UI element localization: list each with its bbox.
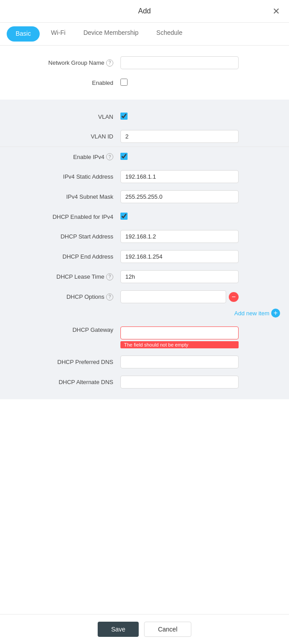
help-icon-dhcp-lease-time[interactable]: ? [106, 273, 113, 280]
label-dhcp-enabled-ipv4: DHCP Enabled for IPv4 [9, 213, 120, 220]
row-dhcp-preferred-dns: DHCP Preferred DNS [0, 352, 289, 372]
add-new-item-button[interactable]: Add new item + [234, 309, 280, 318]
tab-device-membership[interactable]: Device Membership [74, 23, 148, 46]
label-vlan: VLAN [9, 113, 120, 120]
row-ipv4-subnet-mask: IPv4 Subnet Mask [0, 187, 289, 207]
row-dhcp-lease-time: DHCP Lease Time ? [0, 267, 289, 287]
help-icon-dhcp-options[interactable]: ? [106, 293, 113, 301]
enabled-checkbox[interactable] [120, 79, 128, 86]
tabs-bar: Basic Wi-Fi Device Membership Schedule [0, 23, 289, 46]
dhcp-options-input[interactable] [120, 290, 226, 303]
control-ipv4-subnet-mask [120, 190, 239, 203]
help-icon-network-group-name[interactable]: ? [106, 59, 113, 67]
label-dhcp-start-address: DHCP Start Address [9, 233, 120, 240]
cancel-button[interactable]: Cancel [144, 622, 191, 637]
control-enable-ipv4 [120, 153, 239, 161]
row-dhcp-options: DHCP Options ? − [0, 287, 289, 307]
modal-header: Add ✕ [0, 0, 289, 23]
ipv4-subnet-mask-input[interactable] [120, 190, 239, 203]
tab-schedule[interactable]: Schedule [148, 23, 191, 46]
control-vlan-id [120, 130, 239, 143]
modal: Add ✕ Basic Wi-Fi Device Membership Sche… [0, 0, 289, 644]
row-ipv4-static-address: IPv4 Static Address [0, 167, 289, 187]
minus-icon: − [231, 293, 235, 301]
control-ipv4-static-address [120, 170, 239, 183]
dhcp-end-address-input[interactable] [120, 250, 239, 263]
label-network-group-name: Network Group Name ? [9, 59, 120, 67]
row-dhcp-start-address: DHCP Start Address [0, 226, 289, 247]
row-vlan: VLAN [0, 107, 289, 126]
dhcp-enabled-ipv4-checkbox[interactable] [120, 213, 128, 220]
vlan-id-input[interactable] [120, 130, 239, 143]
label-dhcp-gateway: DHCP Gateway [9, 326, 120, 333]
label-ipv4-static-address: IPv4 Static Address [9, 173, 120, 180]
row-enabled: Enabled [0, 73, 289, 92]
dhcp-start-address-input[interactable] [120, 230, 239, 243]
row-enable-ipv4: Enable IPv4 ? [0, 147, 289, 167]
vlan-checkbox[interactable] [120, 113, 128, 120]
modal-footer: Save Cancel [0, 614, 289, 644]
add-new-row: Add new item + [0, 307, 289, 321]
section-basic-white: Network Group Name ? Enabled [0, 46, 289, 100]
network-group-name-input[interactable] [120, 56, 239, 69]
add-icon: + [271, 309, 280, 318]
control-dhcp-options: − [120, 290, 239, 303]
label-dhcp-preferred-dns: DHCP Preferred DNS [9, 359, 120, 365]
control-dhcp-lease-time [120, 270, 239, 283]
enable-ipv4-checkbox[interactable] [120, 153, 128, 160]
control-dhcp-start-address [120, 230, 239, 243]
label-dhcp-options: DHCP Options ? [9, 293, 120, 301]
label-dhcp-end-address: DHCP End Address [9, 253, 120, 260]
dhcp-options-row: − [120, 290, 239, 303]
close-button[interactable]: ✕ [272, 7, 280, 16]
row-dhcp-alternate-dns: DHCP Alternate DNS [0, 372, 289, 392]
row-dhcp-enabled-ipv4: DHCP Enabled for IPv4 [0, 207, 289, 226]
control-network-group-name [120, 56, 239, 69]
remove-dhcp-option-button[interactable]: − [229, 292, 239, 302]
dhcp-lease-time-input[interactable] [120, 270, 239, 283]
control-dhcp-gateway: The field should not be empty [120, 326, 239, 348]
control-dhcp-enabled-ipv4 [120, 213, 239, 221]
add-new-item-label: Add new item [234, 310, 269, 317]
row-vlan-id: VLAN ID [0, 126, 289, 146]
label-enable-ipv4: Enable IPv4 ? [9, 153, 120, 160]
save-button[interactable]: Save [98, 622, 139, 637]
dhcp-gateway-input[interactable] [120, 326, 239, 339]
ipv4-static-address-input[interactable] [120, 170, 239, 183]
row-network-group-name: Network Group Name ? [0, 53, 289, 73]
row-dhcp-end-address: DHCP End Address [0, 247, 289, 267]
control-vlan [120, 113, 239, 121]
modal-title: Add [138, 7, 151, 15]
help-icon-enable-ipv4[interactable]: ? [106, 153, 113, 160]
spacer [0, 399, 289, 578]
dhcp-gateway-error: The field should not be empty [120, 341, 239, 348]
dhcp-alternate-dns-input[interactable] [120, 376, 239, 389]
close-icon: ✕ [272, 6, 280, 16]
control-dhcp-alternate-dns [120, 376, 239, 389]
label-enabled: Enabled [9, 79, 120, 86]
label-ipv4-subnet-mask: IPv4 Subnet Mask [9, 193, 120, 200]
form-body: Network Group Name ? Enabled VL [0, 46, 289, 614]
control-dhcp-end-address [120, 250, 239, 263]
tab-wifi[interactable]: Wi-Fi [42, 23, 74, 46]
dhcp-preferred-dns-input[interactable] [120, 355, 239, 368]
row-dhcp-gateway: DHCP Gateway The field should not be emp… [0, 321, 289, 352]
label-vlan-id: VLAN ID [9, 133, 120, 140]
control-enabled [120, 79, 239, 87]
section-vlan-ipv4: VLAN VLAN ID Enable IPv4 ? [0, 100, 289, 399]
tab-basic[interactable]: Basic [7, 26, 40, 42]
label-dhcp-lease-time: DHCP Lease Time ? [9, 273, 120, 280]
control-dhcp-preferred-dns [120, 355, 239, 368]
label-dhcp-alternate-dns: DHCP Alternate DNS [9, 379, 120, 385]
